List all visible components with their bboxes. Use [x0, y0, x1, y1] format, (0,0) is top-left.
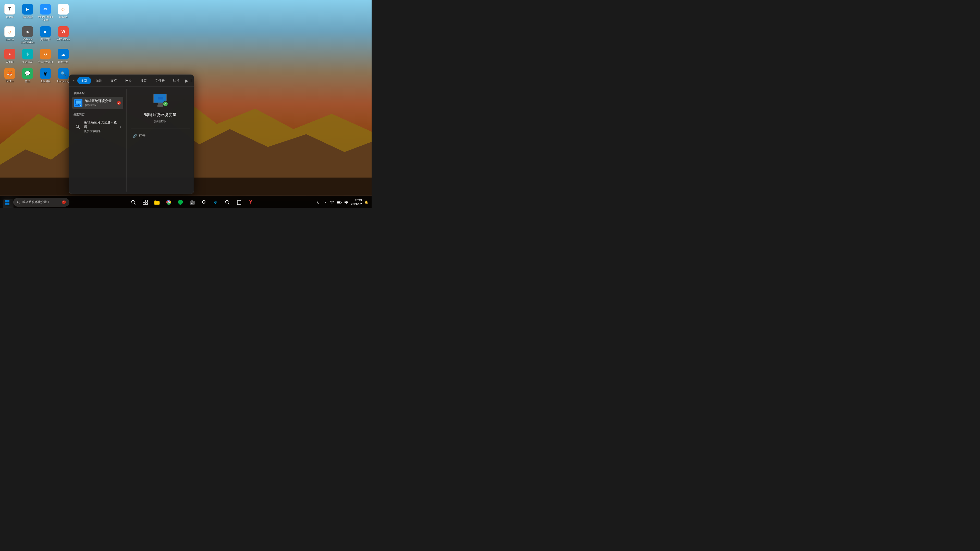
- sys-tray-icons: ∧ 汉: [315, 199, 349, 205]
- taskbar-app-opera[interactable]: O: [198, 197, 210, 208]
- svg-rect-16: [5, 200, 7, 202]
- desktop-icon-grid: T Typora ▶ 腾讯课堂 </> Visual Studio Code ◇…: [0, 0, 73, 87]
- tray-volume[interactable]: [343, 199, 349, 205]
- desktop-icon-drawio2[interactable]: ◇ draw.io: [2, 26, 18, 44]
- taskbar-app-chrome[interactable]: [163, 197, 174, 208]
- svg-point-22: [131, 200, 134, 203]
- tray-battery[interactable]: [336, 199, 342, 205]
- web-search-text: 编辑系统环境变量 - 查看 更多搜索结果: [84, 120, 118, 133]
- web-search-section: 搜索网页 编辑系统环境变量 - 查看 更多搜索结果 ›: [72, 111, 123, 135]
- search-right-title: 编辑系统环境变量: [144, 112, 177, 118]
- svg-rect-24: [143, 200, 145, 202]
- taskbar-center: O e Y: [128, 197, 256, 208]
- desktop-icon-typora[interactable]: T Typora: [2, 4, 18, 22]
- taskbar-app-search2[interactable]: [222, 197, 233, 208]
- search-tabs: ← 全部 应用 文档 网页 设置 文件夹 照片 ▶ ⏸ ⋯: [69, 75, 194, 87]
- desktop-icon-wps[interactable]: W WPS Office: [56, 26, 71, 44]
- search-back-button[interactable]: ←: [72, 77, 76, 84]
- desktop-icon-drawio[interactable]: ◇ draw.io: [56, 4, 71, 22]
- taskbar-app-shield[interactable]: [175, 197, 186, 208]
- search-tab-settings[interactable]: 设置: [137, 77, 150, 84]
- taskbar-app-edge[interactable]: e: [210, 197, 221, 208]
- search-left-panel: 最佳匹配 ✓ 编辑系统环境变量: [69, 87, 126, 194]
- desktop-icon-firefox[interactable]: 🦊 Firefox: [2, 68, 18, 83]
- taskbar-app-taskview[interactable]: [140, 197, 151, 208]
- search-right-divider: [130, 129, 189, 129]
- taskbar-app-youdao[interactable]: Y: [245, 197, 256, 208]
- search-tab-web[interactable]: 网页: [122, 77, 135, 84]
- svg-rect-27: [145, 203, 148, 205]
- desktop-icon-xmind[interactable]: ✦ Xmind: [2, 49, 18, 64]
- desktop-icon-everything[interactable]: 🔍 Everything: [56, 68, 71, 83]
- search-right-app-icon: ✓: [151, 91, 169, 109]
- notification-bell[interactable]: 🔔: [363, 199, 369, 205]
- desktop-icon-qianda[interactable]: ⚙ 千达时设置机: [38, 49, 53, 64]
- search-tab-photo[interactable]: 照片: [169, 77, 183, 84]
- open-link-icon: 🔗: [133, 134, 137, 138]
- svg-rect-30: [154, 200, 156, 202]
- search-popup: ← 全部 应用 文档 网页 设置 文件夹 照片 ▶ ⏸ ⋯: [69, 75, 194, 194]
- web-search-title: 搜索网页: [72, 111, 123, 118]
- taskbar-search-box[interactable]: 编辑系统环境变量 1 1: [13, 198, 69, 206]
- desktop-icon-weixin[interactable]: 💬 微信: [20, 68, 35, 83]
- desktop-icon-tencent[interactable]: ▶ 腾讯课堂: [20, 4, 35, 22]
- search-body: 最佳匹配 ✓ 编辑系统环境变量: [69, 87, 194, 194]
- best-match-text: 编辑系统环境变量 控制面板: [85, 99, 114, 107]
- svg-rect-18: [5, 203, 7, 205]
- system-clock[interactable]: 12:49 2024/1/2: [351, 198, 362, 206]
- search-pause-button[interactable]: ⏸: [189, 77, 193, 84]
- desktop-icon-tencent2[interactable]: ▶ 腾讯课堂: [38, 26, 53, 44]
- desktop-icon-vmware[interactable]: ◉ VMware Workstation: [20, 26, 35, 44]
- svg-rect-19: [7, 203, 10, 205]
- svg-rect-9: [78, 104, 79, 105]
- svg-text:✓: ✓: [80, 105, 81, 106]
- best-match-item[interactable]: ✓ 编辑系统环境变量 控制面板 2: [72, 97, 123, 109]
- start-button[interactable]: [2, 197, 12, 207]
- taskbar-left: 编辑系统环境变量 1 1: [2, 197, 69, 207]
- svg-point-40: [332, 203, 332, 204]
- svg-point-12: [76, 125, 79, 127]
- taskbar-app-clipboard[interactable]: [234, 197, 245, 208]
- svg-rect-25: [145, 200, 148, 202]
- best-match-title: 最佳匹配: [72, 90, 123, 97]
- search-right-sub: 控制面板: [154, 119, 166, 124]
- taskbar-app-search[interactable]: [128, 197, 139, 208]
- desktop-icon-baidu[interactable]: ◉ 百度网盘: [38, 68, 53, 83]
- search-badge: 1: [62, 200, 66, 204]
- search-tab-all[interactable]: 全部: [77, 77, 91, 84]
- svg-rect-7: [76, 100, 81, 103]
- tray-wifi[interactable]: [329, 199, 335, 205]
- desktop-icon-netdisk[interactable]: ☁ 网易云盘: [56, 49, 71, 64]
- web-search-icon: [74, 123, 81, 130]
- svg-rect-15: [158, 97, 163, 100]
- svg-rect-42: [341, 202, 342, 203]
- search-text: 编辑系统环境变量 1: [22, 200, 49, 204]
- tray-lang[interactable]: 汉: [322, 199, 328, 205]
- desktop-icon-huijin[interactable]: $ 汇进管家: [20, 49, 35, 64]
- svg-line-13: [78, 127, 80, 129]
- svg-rect-26: [143, 203, 145, 205]
- search-right-panel: ✓ 编辑系统环境变量 控制面板 🔗 打开: [127, 87, 194, 194]
- best-match-badge: 2: [117, 101, 121, 105]
- svg-line-37: [228, 203, 229, 204]
- search-right-open-button[interactable]: 🔗 打开: [130, 132, 189, 140]
- svg-rect-43: [337, 202, 340, 203]
- search-play-button[interactable]: ▶: [185, 77, 188, 84]
- search-tab-doc[interactable]: 文档: [107, 77, 121, 84]
- svg-line-23: [134, 203, 135, 204]
- svg-rect-17: [7, 200, 10, 202]
- search-tab-folder[interactable]: 文件夹: [151, 77, 169, 84]
- taskbar: 编辑系统环境变量 1 1 O: [0, 196, 372, 208]
- desktop-icon-vscode[interactable]: </> Visual Studio Code: [38, 4, 53, 22]
- web-search-arrow: ›: [120, 125, 121, 129]
- taskbar-right: ∧ 汉 12:49 2024/1/2 🔔: [315, 198, 369, 206]
- svg-point-20: [18, 201, 19, 203]
- taskbar-app-explorer[interactable]: [151, 197, 162, 208]
- best-match-icon: ✓: [74, 99, 83, 107]
- tray-arrow[interactable]: ∧: [315, 199, 321, 205]
- web-search-item[interactable]: 编辑系统环境变量 - 查看 更多搜索结果 ›: [72, 118, 123, 135]
- taskbar-app-camera[interactable]: [186, 197, 198, 208]
- search-tab-app[interactable]: 应用: [92, 77, 106, 84]
- svg-point-36: [225, 200, 228, 203]
- svg-line-21: [19, 203, 20, 204]
